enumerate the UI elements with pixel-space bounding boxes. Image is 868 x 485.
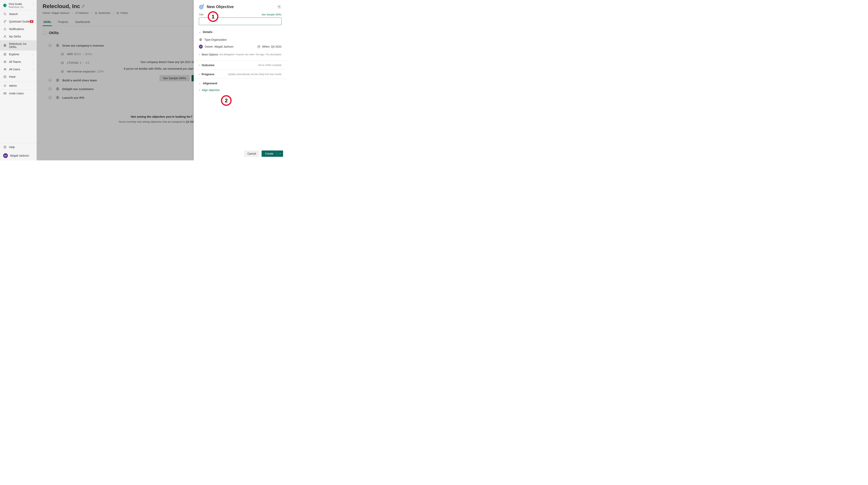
user-icon	[3, 35, 7, 38]
calendar-icon	[257, 45, 260, 48]
admin-label: Admin	[9, 84, 33, 87]
details-section-head[interactable]: ⌄ Details	[199, 30, 281, 34]
outcome-section-head[interactable]: › Outcome	[199, 63, 214, 67]
create-button[interactable]: Create	[261, 150, 277, 157]
chevron-right-icon: ›	[33, 53, 33, 56]
alignment-section-head[interactable]: ⌄ Alignment	[199, 82, 281, 85]
my-okrs-label: My OKRs	[9, 35, 33, 38]
rocket-icon	[3, 20, 7, 23]
sidebar-item-my-okrs[interactable]: My OKRs	[0, 33, 36, 40]
quickstart-badge: 4	[30, 20, 33, 23]
svg-point-8	[4, 68, 5, 69]
sidebar-user[interactable]: AJ Abigail Jackson	[0, 151, 36, 160]
bell-icon	[3, 27, 7, 31]
svg-point-0	[4, 13, 5, 15]
search-icon	[3, 12, 7, 16]
more-options-row[interactable]: › More Options	[199, 51, 218, 58]
sidebar-item-notifications[interactable]: Notifications	[0, 25, 36, 33]
chevron-down-icon	[279, 153, 281, 154]
svg-point-4	[4, 53, 6, 56]
see-sample-okrs-link[interactable]: See Sample OKRs	[261, 13, 281, 16]
sidebar: Viva Goals Relecloud, Inc ⌄ Search Quick…	[0, 0, 37, 160]
explorer-label: Explorer	[9, 53, 33, 56]
sidebar-item-admin[interactable]: Admin	[0, 82, 36, 89]
gear-icon	[3, 84, 7, 87]
svg-rect-29	[258, 46, 260, 48]
create-split-button: Create	[261, 150, 283, 157]
search-nav[interactable]: Search	[0, 10, 36, 18]
chevron-right-icon: ›	[199, 73, 199, 76]
globe-icon	[199, 38, 203, 41]
user-avatar: AJ	[3, 153, 8, 158]
chevron-right-icon: ›	[199, 64, 199, 66]
search-label: Search	[9, 12, 33, 16]
owner-row[interactable]: AJ Owner: Abigail Jackson	[199, 43, 251, 50]
sidebar-item-quickstart[interactable]: Quickstart Guide 4	[0, 18, 36, 25]
all-users-label: All Users	[9, 68, 33, 71]
when-row[interactable]: When: Q4 2022	[257, 43, 281, 50]
arrow-up-icon: ↑	[199, 88, 200, 92]
svg-point-27	[201, 7, 202, 7]
globe-icon	[3, 44, 7, 47]
sidebar-item-help[interactable]: Help	[0, 143, 36, 151]
title-label: Title	[199, 13, 204, 16]
teams-icon	[3, 60, 7, 64]
viva-logo-icon	[3, 3, 7, 8]
feed-label: Feed	[9, 75, 33, 78]
svg-point-6	[4, 61, 5, 62]
help-icon	[3, 145, 7, 149]
svg-marker-5	[4, 54, 5, 55]
new-objective-panel: New Objective ✕ Title See Sample OKRs ⌄ …	[194, 0, 287, 160]
compass-icon	[3, 53, 7, 56]
target-icon	[199, 4, 205, 9]
cancel-button[interactable]: Cancel	[244, 150, 259, 157]
svg-line-1	[5, 15, 6, 15]
chevron-down-icon: ⌄	[199, 82, 201, 85]
feed-icon	[3, 75, 7, 79]
svg-point-9	[5, 68, 6, 69]
brand-name: Viva Goals	[9, 2, 24, 6]
svg-point-13	[4, 85, 5, 86]
type-row[interactable]: Type:Organization	[199, 36, 281, 43]
create-dropdown-button[interactable]	[277, 150, 283, 157]
progress-section-head[interactable]: › Progress	[199, 73, 214, 76]
sidebar-item-all-users[interactable]: All Users ›	[0, 65, 36, 73]
chevron-down-icon: ⌄	[199, 31, 201, 33]
brand-chevron-icon: ⌄	[33, 3, 34, 5]
progress-hint: Update automatically via the rollup from…	[228, 73, 281, 76]
sidebar-item-invite[interactable]: Invite Users	[0, 90, 36, 97]
user-name: Abigail Jackson	[10, 154, 29, 157]
svg-point-2	[4, 35, 5, 36]
chevron-right-icon: ›	[33, 68, 33, 70]
chevron-right-icon: ›	[33, 61, 33, 63]
svg-point-7	[5, 61, 6, 62]
brand-org: Relecloud, Inc	[9, 6, 24, 8]
align-objective-link[interactable]: ↑ Align objective	[199, 88, 281, 92]
objective-title-input[interactable]	[199, 18, 281, 25]
mail-icon	[3, 92, 7, 95]
panel-title: New Objective	[207, 4, 274, 9]
close-button[interactable]: ✕	[277, 4, 281, 9]
quickstart-label: Quickstart Guide	[9, 20, 30, 23]
help-label: Help	[9, 146, 33, 149]
sidebar-item-explorer[interactable]: Explorer ›	[0, 51, 36, 58]
sidebar-item-feed[interactable]: Feed	[0, 73, 36, 81]
notifications-label: Notifications	[9, 27, 33, 31]
sidebar-item-org-okrs[interactable]: Relecloud, Inc OKRs	[0, 40, 36, 51]
sidebar-item-all-teams[interactable]: All Teams ›	[0, 58, 36, 65]
outcome-hint: Get to 100% complete	[258, 64, 281, 66]
org-okrs-label: Relecloud, Inc OKRs	[9, 42, 33, 49]
more-hint: Not delegated • Anyone can view • No tag…	[219, 53, 281, 56]
brand-switcher[interactable]: Viva Goals Relecloud, Inc ⌄	[0, 0, 36, 10]
chevron-right-icon: ›	[199, 53, 199, 56]
all-teams-label: All Teams	[9, 60, 33, 63]
owner-avatar: AJ	[199, 45, 203, 49]
users-icon	[3, 67, 7, 71]
invite-label: Invite Users	[9, 92, 33, 95]
